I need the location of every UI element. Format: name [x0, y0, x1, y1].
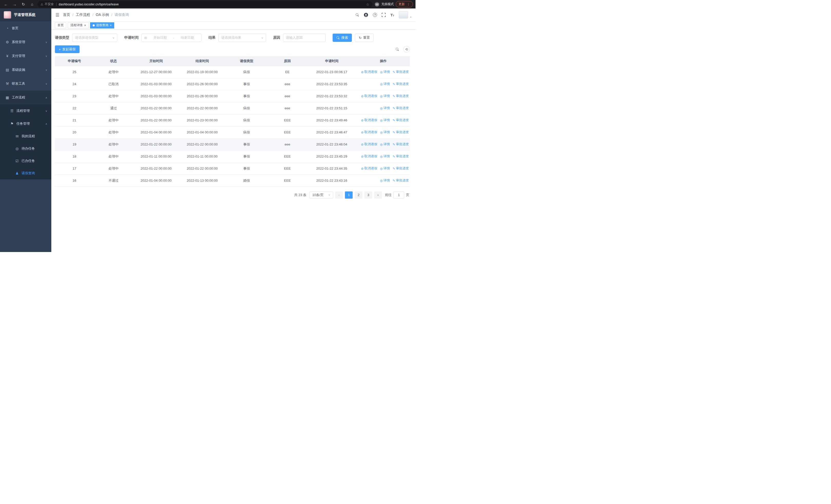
progress-link[interactable]: ✎审批进度	[393, 70, 409, 74]
close-icon[interactable]: ×	[84, 24, 86, 27]
detail-link[interactable]: ◎详情	[380, 154, 390, 158]
detail-link[interactable]: ◎详情	[380, 118, 390, 122]
tab-home[interactable]: 首页	[55, 22, 66, 28]
breadcrumb-home[interactable]: 首页	[63, 12, 70, 17]
progress-link[interactable]: ✎审批进度	[393, 106, 409, 110]
reset-button[interactable]: ↻ 重置	[355, 34, 374, 42]
tab-leave-query[interactable]: 请假查询 ×	[90, 22, 114, 28]
sidebar-collapse-icon[interactable]: ☰	[55, 12, 59, 18]
help-icon[interactable]: ?	[373, 13, 377, 17]
cell-start-time: 2022-01-22 00:00:00	[133, 162, 179, 175]
font-size-icon[interactable]: TT	[390, 13, 394, 17]
detail-link[interactable]: ◎详情	[380, 142, 390, 147]
sidebar-item-todo-tasks[interactable]: ◎待办任务	[0, 142, 51, 155]
detail-link[interactable]: ◎详情	[380, 82, 390, 86]
cancel-link[interactable]: ⊘取消请假	[361, 130, 377, 135]
cell-leave-type: 病假	[225, 114, 268, 126]
apply-time-range-picker[interactable]: ⊞ 开始日期 - 结束日期	[141, 34, 201, 42]
cancel-link[interactable]: ⊘取消请假	[361, 70, 377, 74]
leave-type-select[interactable]: 请选择请假类型 ∨	[72, 34, 117, 42]
tab-process-detail[interactable]: 流程详情 ×	[68, 22, 89, 28]
avatar-caret-icon[interactable]: ▾	[410, 16, 411, 19]
breadcrumb-oa-example[interactable]: OA 示例	[96, 12, 109, 17]
progress-link[interactable]: ✎审批进度	[393, 82, 409, 86]
url-text[interactable]: dashboard.yudao.iocoder.cn/bpm/oa/leave	[59, 3, 364, 6]
sidebar-item-label: 研发工具	[12, 81, 43, 86]
sidebar-item-leave-query[interactable]: ♟请假查询	[0, 167, 51, 179]
detail-link[interactable]: ◎详情	[380, 166, 390, 171]
breadcrumb-current: 请假查询	[114, 12, 129, 17]
sidebar-item-home[interactable]: ◔首页	[0, 21, 51, 35]
sidebar-item-task-mgmt[interactable]: ⚑任务管理∧	[0, 117, 51, 130]
progress-link[interactable]: ✎审批进度	[393, 154, 409, 158]
table-row: 22通过2022-01-22 00:00:002022-01-22 00:00:…	[55, 102, 410, 114]
close-icon[interactable]: ×	[110, 24, 112, 27]
cell-end-time: 2022-01-23 00:00:00	[179, 114, 225, 126]
security-chip[interactable]: ⚠ 不安全	[40, 2, 54, 6]
menu-kebab-icon[interactable]: ⋮	[407, 3, 410, 6]
back-button[interactable]: ←	[3, 1, 9, 8]
cancel-link[interactable]: ⊘取消请假	[361, 142, 377, 147]
page-button-2[interactable]: 2	[355, 191, 362, 199]
github-icon[interactable]	[364, 12, 368, 17]
detail-link[interactable]: ◎详情	[380, 94, 390, 98]
breadcrumb-workflow[interactable]: 工作流程	[76, 12, 90, 17]
edit-icon: ✎	[393, 179, 395, 182]
reload-button[interactable]: ↻	[20, 1, 27, 8]
detail-link[interactable]: ◎详情	[380, 106, 390, 110]
sidebar-item-dev-tools[interactable]: ⚒研发工具∨	[0, 77, 51, 91]
progress-link[interactable]: ✎审批进度	[393, 94, 409, 98]
forward-button[interactable]: →	[11, 1, 18, 8]
cancel-link[interactable]: ⊘取消请假	[361, 118, 377, 122]
sidebar-item-process-mgmt[interactable]: ☰流程管理∨	[0, 105, 51, 117]
next-page-button[interactable]: ›	[374, 191, 382, 199]
sidebar-item-done-tasks[interactable]: ☑已办任务	[0, 155, 51, 167]
search-button[interactable]: 搜索	[333, 34, 352, 42]
page-button-3[interactable]: 3	[365, 191, 372, 199]
progress-link[interactable]: ✎审批进度	[393, 142, 409, 147]
page-size-select[interactable]: 10条/页 ∨	[310, 191, 333, 199]
leave-table-header: 申请编号 状态 开始时间 结束时间 请假类型 原因 申请时间 操作	[55, 56, 410, 66]
cell-apply-time: 2022-01-22 23:53:35	[307, 78, 357, 90]
cell-apply-no: 21	[55, 114, 94, 126]
app-logo[interactable]: 芋道管理系统	[0, 8, 51, 21]
start-date-placeholder: 开始日期	[149, 35, 171, 40]
detail-link[interactable]: ◎详情	[380, 130, 390, 135]
chevron-down-icon: ∨	[261, 36, 263, 39]
user-avatar[interactable]	[399, 11, 408, 19]
delete-icon: ⊘	[361, 130, 364, 134]
sidebar-item-my-process[interactable]: ✉我的流程	[0, 130, 51, 142]
sidebar-item-infrastructure[interactable]: ▤基础设施∨	[0, 63, 51, 77]
address-bar[interactable]: ⚠ 不安全 dashboard.yudao.iocoder.cn/bpm/oa/…	[37, 1, 372, 7]
refresh-icon: ⟲	[405, 48, 408, 51]
page-button-1[interactable]: 1	[345, 191, 353, 199]
progress-link[interactable]: ✎审批进度	[393, 166, 409, 171]
result-group: 结果 请选择流结果 ∨	[208, 34, 266, 42]
cancel-link[interactable]: ⊘取消请假	[361, 166, 377, 171]
home-button[interactable]: ⌂	[29, 1, 35, 8]
progress-link[interactable]: ✎审批进度	[393, 178, 409, 183]
sidebar-item-system[interactable]: ⚙系统管理∨	[0, 35, 51, 49]
create-leave-button[interactable]: + 发起请假	[55, 46, 80, 53]
cancel-link[interactable]: ⊘取消请假	[361, 154, 377, 158]
result-select[interactable]: 请选择流结果 ∨	[219, 34, 266, 42]
incognito-badge[interactable]: 无痕模式	[374, 2, 394, 7]
toggle-search-icon[interactable]	[396, 48, 399, 51]
detail-link[interactable]: ◎详情	[380, 70, 390, 74]
eye-icon: ◎	[15, 147, 19, 151]
prev-page-button[interactable]: ‹	[335, 191, 343, 199]
browser-update-button[interactable]: 更新 ⋮	[396, 1, 413, 7]
detail-link[interactable]: ◎详情	[380, 178, 390, 183]
cell-apply-no: 18	[55, 150, 94, 162]
progress-link[interactable]: ✎审批进度	[393, 118, 409, 122]
goto-page-input[interactable]: 1	[394, 191, 404, 199]
reason-input[interactable]: 请输入原因	[283, 34, 326, 42]
sidebar-item-payment[interactable]: ¥支付管理∨	[0, 49, 51, 63]
progress-link[interactable]: ✎审批进度	[393, 130, 409, 135]
sidebar-item-workflow[interactable]: ▦工作流程∧	[0, 91, 51, 105]
bookmark-star-icon[interactable]: ☆	[366, 2, 369, 6]
cancel-link[interactable]: ⊘取消请假	[361, 94, 377, 98]
fullscreen-icon[interactable]	[382, 13, 386, 17]
refresh-table-button[interactable]: ⟲	[403, 46, 410, 53]
header-search-icon[interactable]	[356, 13, 359, 17]
